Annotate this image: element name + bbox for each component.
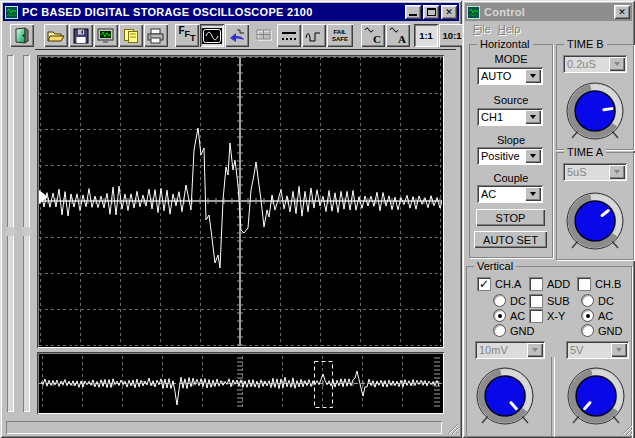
control-titlebar[interactable]: Control ✕ <box>465 3 632 21</box>
printer-icon <box>146 28 166 44</box>
exit-button[interactable] <box>10 24 34 47</box>
display-button[interactable] <box>94 24 118 47</box>
main-titlebar[interactable]: PC BASED DIGITAL STORAGE OSCILLOSCOPE 21… <box>3 3 459 21</box>
time-a-knob[interactable] <box>563 191 627 255</box>
failsafe-label: FAIL <box>332 29 348 36</box>
volts-b-knob[interactable] <box>564 366 628 430</box>
add-checkbox[interactable]: ✓ADD <box>529 277 570 290</box>
waveform-view-button[interactable] <box>200 24 224 47</box>
ch-b-dc-radio[interactable]: DC <box>581 294 614 307</box>
time-a-group: TIME A 5uS <box>556 152 634 260</box>
resize-grip-icon[interactable] <box>445 421 458 434</box>
slider-b-thumb[interactable] <box>22 227 34 236</box>
trigger-a-button[interactable]: A <box>386 24 410 47</box>
ch-a-dc-radio[interactable]: DC <box>493 294 526 307</box>
slider-a-thumb[interactable] <box>6 227 18 236</box>
dropdown-arrow-icon <box>611 343 627 357</box>
zoom-display[interactable] <box>37 352 444 414</box>
main-window-title: PC BASED DIGITAL STORAGE OSCILLOSCOPE 21… <box>22 6 403 18</box>
volts-a-knob[interactable] <box>473 366 537 430</box>
main-display[interactable] <box>37 55 444 348</box>
exit-door-icon <box>12 27 32 44</box>
open-folder-icon <box>46 28 66 44</box>
stop-button[interactable]: STOP <box>476 209 545 226</box>
sub-checkbox[interactable]: ✓SUB <box>529 294 570 307</box>
recall-button[interactable] <box>225 24 249 47</box>
print-button[interactable] <box>144 24 168 47</box>
couple-select[interactable]: AC <box>477 185 543 203</box>
notes-icon <box>122 28 140 44</box>
control-close-button[interactable]: ✕ <box>614 5 630 19</box>
source-select[interactable]: CH1 <box>477 108 543 126</box>
time-b-label: TIME B <box>564 38 607 50</box>
trigger-c-button[interactable]: C <box>361 24 385 47</box>
horizontal-group: Horizontal MODE AUTO Source CH1 Slope Po… <box>469 44 553 258</box>
slope-label: Slope <box>470 134 552 146</box>
dropdown-arrow-icon[interactable] <box>525 187 541 201</box>
horizontal-group-label: Horizontal <box>477 38 533 50</box>
ch-b-gnd-radio[interactable]: GND <box>581 324 622 337</box>
probe-1-1-button[interactable]: 1:1 <box>414 24 438 47</box>
monitor-icon <box>96 28 116 44</box>
zoom-trace-canvas <box>39 354 442 412</box>
grid-icon <box>254 28 274 44</box>
ch-a-checkbox[interactable]: ✓CH.A <box>477 277 521 290</box>
menu-file[interactable]: File <box>473 23 491 35</box>
trigger-slope-button[interactable] <box>302 24 326 47</box>
dropdown-arrow-icon <box>609 57 625 71</box>
control-window-title: Control <box>484 6 612 18</box>
minimize-button[interactable] <box>405 5 421 19</box>
oscilloscope-window: PC BASED DIGITAL STORAGE OSCILLOSCOPE 21… <box>0 0 462 438</box>
grid-style-button[interactable] <box>277 24 301 47</box>
mode-label: MODE <box>470 53 552 65</box>
couple-label: Couple <box>470 172 552 184</box>
ch-b-ac-radio[interactable]: AC <box>581 309 613 322</box>
time-b-select: 0.2uS <box>563 55 627 73</box>
ch-a-gnd-radio[interactable]: GND <box>493 324 534 337</box>
waveform-icon <box>202 28 222 44</box>
dropdown-arrow-icon[interactable] <box>525 149 541 163</box>
control-resize-grip-icon[interactable] <box>619 422 632 435</box>
auto-set-button[interactable]: AUTO SET <box>474 231 547 248</box>
screen: PC BASED DIGITAL STORAGE OSCILLOSCOPE 21… <box>0 0 635 438</box>
save-floppy-icon <box>72 28 90 44</box>
menu-help[interactable]: Help <box>498 23 521 35</box>
position-slider-a[interactable] <box>7 55 14 412</box>
vertical-group-label: Vertical <box>474 260 516 272</box>
mode-select[interactable]: AUTO <box>477 67 543 85</box>
maximize-button[interactable] <box>423 5 439 19</box>
volts-b-select: 5V <box>566 341 629 359</box>
control-menubar: File Help <box>466 21 631 37</box>
dropdown-arrow-icon <box>609 165 625 179</box>
square-wave-icon <box>304 28 324 44</box>
time-a-label: TIME A <box>564 146 606 158</box>
failsafe-button[interactable]: FAIL SAFE <box>327 24 353 47</box>
save-button[interactable] <box>69 24 93 47</box>
main-toolbar: FFT <box>3 22 459 49</box>
ch-a-ac-radio[interactable]: AC <box>493 309 525 322</box>
time-b-knob-indicator <box>604 109 612 110</box>
copy-button[interactable] <box>119 24 143 47</box>
time-b-group: TIME B 0.2uS <box>556 44 634 150</box>
minimize-icon <box>409 14 417 16</box>
close-button[interactable]: ✕ <box>441 5 457 19</box>
trigger-a-label: A <box>398 33 406 45</box>
ch-b-checkbox[interactable]: ✓CH.B <box>577 277 621 290</box>
arrow-wave-icon <box>227 28 247 44</box>
dropdown-arrow-icon[interactable] <box>525 69 541 83</box>
grid-button <box>252 24 276 47</box>
time-b-knob[interactable] <box>563 81 627 145</box>
status-bar <box>4 419 459 435</box>
dropdown-arrow-icon <box>527 343 543 357</box>
position-slider-b[interactable] <box>23 55 30 412</box>
app-icon <box>5 6 18 19</box>
volts-a-select: 10mV <box>475 341 545 359</box>
dropdown-arrow-icon[interactable] <box>525 110 541 124</box>
control-app-icon <box>467 6 480 19</box>
status-panel <box>6 421 442 434</box>
open-button[interactable] <box>44 24 68 47</box>
source-label: Source <box>470 94 552 106</box>
slope-select[interactable]: Positive <box>477 147 543 165</box>
xy-checkbox[interactable]: ✓X-Y <box>529 309 565 322</box>
fft-button[interactable]: FFT <box>175 24 199 47</box>
